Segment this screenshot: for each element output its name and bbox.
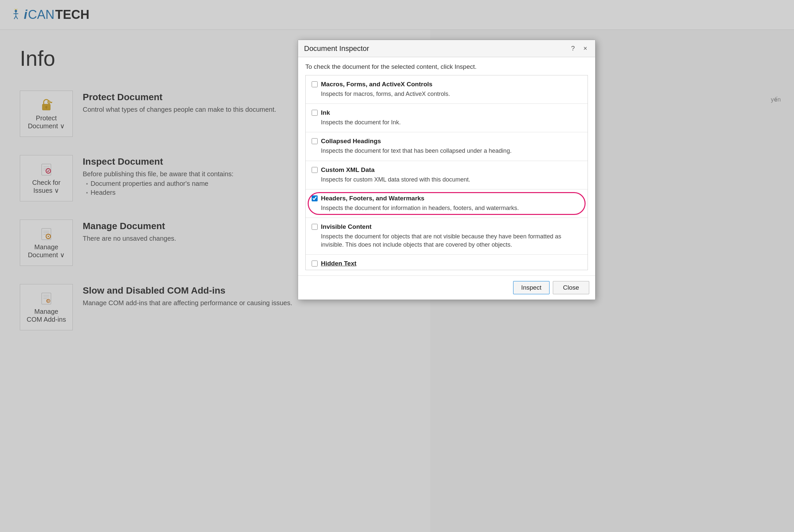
headers-footers-label: Headers, Footers, and Watermarks <box>321 195 424 202</box>
inspect-button[interactable]: Inspect <box>513 281 550 294</box>
inspector-item-ink: Ink Inspects the document for Ink. <box>306 104 588 132</box>
collapsed-headings-checkbox[interactable] <box>312 138 318 144</box>
macros-header: Macros, Forms, and ActiveX Controls <box>312 81 581 88</box>
macros-checkbox[interactable] <box>312 81 318 87</box>
invisible-content-desc: Inspects the document for objects that a… <box>321 232 581 249</box>
headers-footers-highlight: Headers, Footers, and Watermarks Inspect… <box>312 195 581 212</box>
dialog-help-button[interactable]: ? <box>569 44 577 53</box>
collapsed-headings-desc: Inspects the document for text that has … <box>321 147 581 155</box>
dialog-body: To check the document for the selected c… <box>298 57 595 270</box>
custom-xml-header: Custom XML Data <box>312 166 581 174</box>
dialog-controls: ? × <box>569 44 589 53</box>
ink-label: Ink <box>321 109 330 116</box>
ink-checkbox[interactable] <box>312 110 318 116</box>
inspector-item-macros: Macros, Forms, and ActiveX Controls Insp… <box>306 75 588 104</box>
document-inspector-dialog: Document Inspector ? × To check the docu… <box>298 40 595 300</box>
invisible-content-checkbox[interactable] <box>312 224 318 230</box>
headers-footers-header: Headers, Footers, and Watermarks <box>312 195 581 202</box>
scroll-content: Macros, Forms, and ActiveX Controls Insp… <box>306 75 588 270</box>
hidden-text-label: Hidden Text <box>321 260 356 267</box>
inspector-item-headers-footers: Headers, Footers, and Watermarks Inspect… <box>306 189 588 218</box>
invisible-content-header: Invisible Content <box>312 223 581 230</box>
custom-xml-desc: Inspects for custom XML data stored with… <box>321 175 581 184</box>
ink-header: Ink <box>312 109 581 116</box>
collapsed-headings-label: Collapsed Headings <box>321 137 381 145</box>
dialog-instruction: To check the document for the selected c… <box>306 63 588 71</box>
collapsed-headings-header: Collapsed Headings <box>312 137 581 145</box>
inspector-item-invisible-content: Invisible Content Inspects the document … <box>306 218 588 254</box>
ink-desc: Inspects the document for Ink. <box>321 118 581 127</box>
dialog-scroll-area[interactable]: Macros, Forms, and ActiveX Controls Insp… <box>306 75 588 270</box>
macros-desc: Inspects for macros, forms, and ActiveX … <box>321 90 581 98</box>
dialog-close-x-button[interactable]: × <box>581 44 589 53</box>
close-button[interactable]: Close <box>553 281 589 294</box>
headers-footers-desc: Inspects the document for information in… <box>321 204 581 212</box>
inspector-item-custom-xml: Custom XML Data Inspects for custom XML … <box>306 161 588 189</box>
invisible-content-label: Invisible Content <box>321 223 371 230</box>
custom-xml-checkbox[interactable] <box>312 167 318 173</box>
inspector-item-collapsed-headings: Collapsed Headings Inspects the document… <box>306 132 588 161</box>
hidden-text-checkbox[interactable] <box>312 261 318 266</box>
inspector-item-hidden-text: Hidden Text Inspects the document for te… <box>306 254 588 270</box>
dialog-title: Document Inspector <box>304 44 369 53</box>
dialog-overlay: Document Inspector ? × To check the docu… <box>0 0 794 532</box>
dialog-titlebar: Document Inspector ? × <box>298 40 595 57</box>
custom-xml-label: Custom XML Data <box>321 166 374 174</box>
macros-label: Macros, Forms, and ActiveX Controls <box>321 81 432 88</box>
dialog-footer: Inspect Close <box>298 276 595 300</box>
hidden-text-header: Hidden Text <box>312 260 581 267</box>
hidden-text-desc: Inspects the document for text that has … <box>321 269 581 270</box>
headers-footers-checkbox[interactable] <box>312 195 318 201</box>
